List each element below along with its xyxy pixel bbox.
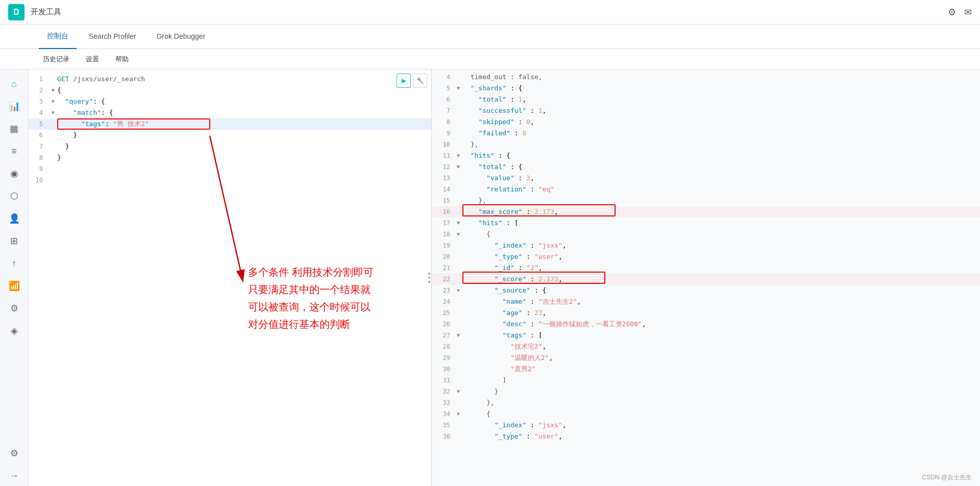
result-line-14: 14 "relation" : "eq" <box>432 184 980 195</box>
result-line-30: 30 "直男2" <box>432 363 980 375</box>
code-line-2: 2 ▼ { <box>29 85 431 96</box>
result-line-15: 15 }, <box>432 195 980 206</box>
result-line-23: 23 ▼ "_source" : { <box>432 285 980 296</box>
editor-panel: ▶ 🔧 1 GET /jsxs/user/_search 2 ▼ { <box>29 69 432 486</box>
code-line-4: 4 ▼ "match": { <box>29 107 431 118</box>
tab-grok-debugger[interactable]: Grok Debugger <box>149 25 214 49</box>
sidebar-icon-stack[interactable]: ⊞ <box>4 231 24 251</box>
result-line-35: 35 "_index" : "jsxs", <box>432 420 980 431</box>
app-title: 开发工具 <box>31 7 61 17</box>
result-line-9: 9 "failed" : 0 <box>432 128 980 139</box>
result-line-10: 10 }, <box>432 139 980 150</box>
panel-resize-handle[interactable] <box>427 271 431 285</box>
code-line-10: 10 <box>29 175 431 186</box>
content-area: ▶ 🔧 1 GET /jsxs/user/_search 2 ▼ { <box>29 69 980 486</box>
toolbar: 历史记录 设置 帮助 <box>0 49 980 69</box>
result-line-6: 6 "total" : 1, <box>432 94 980 105</box>
sidebar-icon-ai[interactable]: ◈ <box>4 321 24 341</box>
help-button[interactable]: 帮助 <box>111 53 133 66</box>
history-button[interactable]: 历史记录 <box>39 53 74 66</box>
wrench-button[interactable]: 🔧 <box>413 74 427 88</box>
watermark: CSDN @吉士先生 <box>922 473 972 482</box>
result-line-29: 29 "温暖的人2", <box>432 352 980 363</box>
sidebar-icon-grid[interactable]: ▦ <box>4 118 24 139</box>
sidebar-icon-home[interactable]: ⌂ <box>4 74 24 94</box>
result-line-25: 25 "age" : 23, <box>432 307 980 319</box>
tab-search-profiler[interactable]: Search Profiler <box>81 25 144 49</box>
result-line-12: 12 ▼ "total" : { <box>432 161 980 173</box>
code-line-3: 3 ▼ "query": { <box>29 96 431 107</box>
run-button[interactable]: ▶ <box>397 74 411 88</box>
result-line-5: 5 ▼ "_shards" : { <box>432 83 980 94</box>
sidebar-icon-upload[interactable]: ↑ <box>4 253 24 274</box>
sidebar-icon-location[interactable]: ◉ <box>4 163 24 184</box>
result-line-24: 24 "name" : "吉士先生2", <box>432 296 980 307</box>
annotation-text: 多个条件 利用技术分割即可 只要满足其中的一个结果就 可以被查询，这个时候可以 … <box>248 263 422 333</box>
code-line-1: 1 GET /jsxs/user/_search <box>29 74 431 85</box>
sidebar-icon-tune[interactable]: ⚙ <box>4 298 24 319</box>
result-line-4: 4 timed_out : false, <box>432 71 980 83</box>
result-line-22: 22 "_score" : 2.173, <box>432 274 980 285</box>
settings-button[interactable]: 设置 <box>82 53 103 66</box>
result-line-17: 17 ▼ "hits" : [ <box>432 217 980 229</box>
result-line-18: 18 ▼ { <box>432 229 980 240</box>
result-line-33: 33 }, <box>432 397 980 408</box>
result-line-34: 34 ▼ { <box>432 408 980 420</box>
result-line-32: 32 ▼ } <box>432 386 980 397</box>
result-line-27: 27 ▼ "tags" : [ <box>432 330 980 341</box>
code-line-9: 9 <box>29 163 431 175</box>
code-line-7: 7 } <box>29 141 431 152</box>
result-panel: 4 timed_out : false, 5 ▼ "_shards" : { 6… <box>432 69 980 486</box>
sidebar-icon-arrow[interactable]: → <box>4 466 24 486</box>
result-line-7: 7 "successful" : 1, <box>432 105 980 116</box>
result-line-11: 11 ▼ "hits" : { <box>432 150 980 161</box>
top-bar: D 开发工具 ⚙ ✉ <box>0 0 980 25</box>
top-bar-right: ⚙ ✉ <box>948 7 972 18</box>
result-line-36: 36 "_type" : "user", <box>432 431 980 442</box>
sidebar-icon-layers[interactable]: ≡ <box>4 141 24 161</box>
settings-top-icon[interactable]: ⚙ <box>948 7 956 18</box>
sidebar-icon-settings[interactable]: ⚙ <box>4 443 24 464</box>
mail-top-icon[interactable]: ✉ <box>964 7 972 18</box>
result-line-8: 8 "skipped" : 0, <box>432 116 980 128</box>
code-line-5: 5 "tags": "男 技术2" <box>29 118 431 130</box>
result-line-13: 13 "value" : 3, <box>432 173 980 184</box>
editor-toolbar: ▶ 🔧 <box>397 74 427 88</box>
result-line-26: 26 "desc" : "一顿操作猛如虎，一看工资2600", <box>432 319 980 330</box>
app-logo: D <box>8 4 24 20</box>
result-line-28: 28 "技术宅2", <box>432 341 980 352</box>
code-line-8: 8 } <box>29 152 431 163</box>
sidebar-icon-user[interactable]: 👤 <box>4 208 24 229</box>
result-line-31: 31 ] <box>432 375 980 386</box>
sidebar-icon-chart[interactable]: 📊 <box>4 96 24 116</box>
main-layout: ⌂ 📊 ▦ ≡ ◉ ⬡ 👤 ⊞ ↑ 📶 ⚙ ◈ ⚙ → ▶ 🔧 1 GET <box>0 69 980 486</box>
left-sidebar: ⌂ 📊 ▦ ≡ ◉ ⬡ 👤 ⊞ ↑ 📶 ⚙ ◈ ⚙ → <box>0 69 29 486</box>
result-line-21: 21 "_id" : "2", <box>432 262 980 274</box>
sidebar-icon-signal[interactable]: 📶 <box>4 276 24 296</box>
code-line-6: 6 } <box>29 130 431 141</box>
tab-console[interactable]: 控制台 <box>39 25 77 49</box>
result-line-20: 20 "_type" : "user", <box>432 251 980 262</box>
sidebar-icon-nodes[interactable]: ⬡ <box>4 186 24 206</box>
nav-tabs: 控制台 Search Profiler Grok Debugger <box>0 25 980 49</box>
result-line-19: 19 "_index" : "jsxs", <box>432 240 980 251</box>
result-line-16: 16 "max_score" : 2.173, <box>432 206 980 217</box>
